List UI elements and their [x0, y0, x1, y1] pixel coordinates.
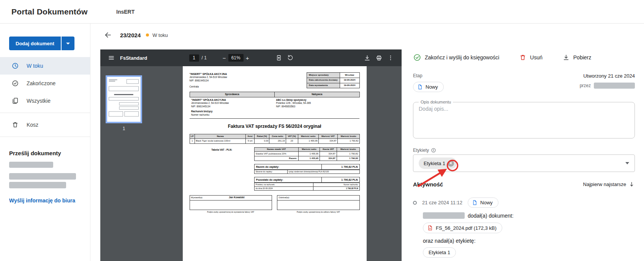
inv-text: Tabela VAT - PLN:: [190, 147, 254, 161]
entry-action-text: dodał(a) dokument:: [468, 213, 514, 219]
file-chip[interactable]: FS_56_2024.pdf (172,3 kB): [423, 223, 502, 233]
inv-cell: Black Tiger woda toaletowa 100ml: [195, 139, 246, 144]
invoice-words-table: Słownie do zapłaty:tysiąc siedemset dzie…: [254, 170, 360, 174]
document-number: 23/2024: [120, 32, 141, 38]
print-icon[interactable]: [374, 53, 384, 63]
inv-text: Polanka 12/6 , Wrocław, 54-365: [276, 102, 358, 105]
divider: [0, 137, 90, 137]
inv-cell: 1 790,82: [337, 156, 359, 161]
redacted-block: [9, 173, 76, 180]
entry-action-text: oraz nadał(a) etykietę:: [423, 238, 635, 244]
stage-chip-label: Nowy: [426, 84, 438, 90]
rotate-icon[interactable]: [286, 53, 295, 62]
sidebar-item-in-progress[interactable]: W toku: [0, 57, 90, 75]
inv-text: Rachunek bieżący: [191, 110, 273, 113]
invoice-vat-table: Nazwa stawki VAT Wartość netto Kwota VAT…: [254, 147, 360, 161]
download-icon: [562, 54, 570, 61]
entry-label-chip: Etykieta 1: [423, 247, 456, 258]
inv-col: Rabat [%]: [255, 134, 269, 139]
inv-col: VAT [%]: [286, 134, 298, 139]
labels-select[interactable]: Etykieta 1 ×: [413, 154, 635, 172]
page-count: / 1: [202, 55, 207, 60]
entry-timestamp: 21 cze 2024 11:12: [422, 200, 462, 205]
inv-cell: 1 455,95: [298, 152, 320, 156]
issued-by-box: Wystawił(a): Jan Kowalski: [190, 195, 272, 210]
inv-text: NIP: 8945653563: [276, 105, 358, 108]
pdf-document-title: FsStandard: [120, 55, 147, 61]
inv-text: "INSERT" SPÓŁKA AKCYJNA: [190, 72, 227, 76]
inv-cell: 1 790,82 PLN: [313, 186, 359, 190]
trash-icon: [519, 54, 527, 61]
invoice-title: Faktura VAT sprzedaży FS 56/2024 orygina…: [190, 124, 360, 130]
label-chip-text: Etykieta 1: [424, 161, 445, 166]
app-title: Portal Dokumentów: [0, 7, 90, 16]
inv-col: Kwota VAT: [320, 147, 337, 152]
invoice-meta-table: Miejsce sprzedażyWrocław Data zakończeni…: [307, 72, 360, 88]
sidebar-item-label: Zakończone: [27, 80, 55, 86]
sidebar-item-completed[interactable]: Zakończone: [0, 75, 90, 92]
download-icon[interactable]: [362, 53, 372, 63]
label-chip[interactable]: Etykieta 1 ×: [419, 158, 457, 169]
inv-text: Odebrał(a):: [278, 196, 290, 199]
delete-button[interactable]: Usuń: [519, 54, 543, 61]
inv-text: Podpis osoby upoważnionej do wystawienia…: [190, 211, 272, 213]
back-button[interactable]: [103, 30, 113, 40]
inv-text: Jerzmanowska 2, 54-519 Wrocław: [191, 102, 273, 105]
inv-text: Podpis osoby upoważnionej do odbioru fak…: [277, 211, 359, 213]
remove-label-icon[interactable]: ×: [448, 160, 454, 167]
inv-cell: Słownie do zapłaty:: [254, 170, 287, 174]
dropdown-caret-icon: [625, 162, 629, 164]
finish-and-send-button[interactable]: Zakończ i wyślij do księgowości: [413, 53, 499, 62]
inv-cell: Pozostało do zapłaty:: [254, 177, 321, 182]
page-number-input[interactable]: [189, 54, 199, 62]
sidebar-item-all[interactable]: Wszystkie: [0, 92, 90, 110]
inv-cell: 1: [190, 139, 195, 144]
zoom-level[interactable]: 61%: [228, 54, 244, 62]
stage-label: Etap: [413, 73, 444, 78]
redacted-block: [594, 83, 635, 89]
viewer-menu-icon[interactable]: [107, 53, 116, 62]
divider: [0, 113, 90, 113]
inv-col: LP: [190, 134, 195, 139]
inv-cell: 0,00: [255, 139, 269, 144]
inv-col: Wartość brutto: [337, 147, 359, 152]
zoom-in-button[interactable]: +: [245, 54, 250, 62]
inv-text: Numer rachunku: [191, 113, 273, 116]
inv-cell: Sprzedawca: [190, 92, 275, 97]
status-label: W toku: [152, 32, 168, 38]
fit-page-icon[interactable]: [274, 53, 283, 62]
description-input[interactable]: [416, 105, 631, 132]
inv-text: Wystawił(a):: [191, 196, 203, 199]
inv-cell: Razem:: [254, 156, 298, 161]
sort-button[interactable]: Najpierw najstarsze: [583, 181, 635, 188]
check-circle-icon: [413, 53, 421, 62]
redacted-block: [9, 182, 66, 188]
inv-text: ABC s.c.Sklep spożywczy: [276, 99, 358, 102]
entry-label-text: Etykieta 1: [429, 250, 450, 255]
breadcrumb: 23/2024 W toku: [90, 24, 644, 46]
download-button[interactable]: Pobierz: [562, 54, 591, 61]
add-document-button[interactable]: Dodaj dokument: [9, 37, 61, 50]
status-dot: [146, 33, 149, 37]
top-bar: Portal Dokumentów InsERT: [0, 0, 644, 24]
send-info-to-office-link[interactable]: Wyślij informację do biura: [9, 197, 75, 204]
inv-cell: Data wystawienia: [307, 83, 340, 88]
add-document-dropdown-button[interactable]: [62, 37, 74, 50]
clock-icon: [11, 62, 19, 70]
inv-cell: Stawka VAT podstawowa 23%: [254, 152, 298, 156]
pdf-icon: [427, 225, 433, 231]
page-thumbnail[interactable]: [106, 75, 142, 123]
created-date: Utworzony 21 cze 2024: [580, 73, 635, 79]
inv-cell: tysiąc siedemset dziewięćdziesiąt PLN 82…: [287, 170, 359, 174]
more-options-icon[interactable]: [386, 53, 395, 62]
sidebar-item-trash[interactable]: Kosz: [0, 116, 90, 134]
inv-cell: 1 790,82: [337, 139, 359, 144]
caret-down-icon: [66, 43, 70, 45]
action-label: Zakończ i wyślij do księgowości: [425, 54, 499, 60]
zoom-out-button[interactable]: −: [222, 54, 227, 62]
stage-chip[interactable]: Nowy: [413, 82, 444, 92]
sidebar: Dodaj dokument W toku Zakończone Wszystk…: [0, 24, 90, 261]
invoice-payment-info-table: Przelew, na rachunek:Numer rachunku do d…: [254, 183, 360, 191]
inv-cell: 19-06-2024: [340, 78, 359, 83]
document-canvas[interactable]: "INSERT" SPÓŁKA AKCYJNA Jerzmanowska 2, …: [147, 66, 402, 261]
